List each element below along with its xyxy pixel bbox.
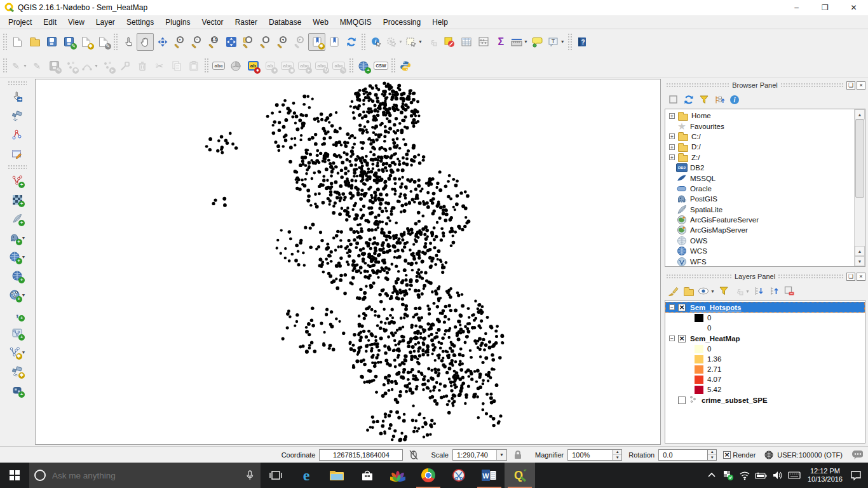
add-wfs-layer-dropdown-arrow[interactable]: ▼ — [22, 293, 26, 297]
menu-edit[interactable]: Edit — [37, 17, 62, 28]
battery-icon[interactable] — [753, 471, 770, 480]
label-show-hide-button[interactable]: abc◉ — [279, 57, 296, 75]
crs-status-text[interactable]: USER:100000 (OTF) — [777, 451, 843, 459]
layer-visibility-checkbox[interactable]: × — [678, 335, 686, 342]
taskbar-app-peacock-app[interactable] — [383, 463, 413, 488]
save-layer-edits-button[interactable]: ✎ — [46, 57, 63, 75]
text-annotation-dropdown-arrow[interactable]: ▼ — [560, 39, 565, 44]
browser-item-postgis[interactable]: PostGIS — [665, 194, 854, 204]
copy-features-button[interactable] — [168, 57, 186, 75]
save-project-button[interactable] — [43, 33, 60, 51]
delete-selected-button[interactable] — [134, 57, 151, 75]
messages-icon[interactable] — [851, 449, 863, 461]
layer-row-sem_heatmap[interactable]: −×Sem_HeatMap — [665, 333, 865, 344]
lock-scale-icon[interactable] — [512, 449, 524, 461]
float-panel-button[interactable]: ❏ — [846, 81, 855, 90]
layer-labeling-options-button[interactable]: ab● — [245, 57, 262, 75]
hidden-icons-chevron[interactable] — [703, 472, 720, 478]
expand-all-button[interactable] — [751, 283, 766, 299]
new-memory-layer-button[interactable]: ✱▼ — [8, 343, 27, 361]
show-bookmarks-button[interactable] — [325, 33, 342, 51]
scroll-thumb[interactable] — [855, 119, 864, 198]
collapse-all-button[interactable] — [712, 92, 727, 107]
close-button[interactable]: ✕ — [839, 0, 868, 15]
scale-combo[interactable]: 1:290,740 ▼ — [452, 449, 507, 461]
text-annotation-button[interactable]: T▼ — [546, 33, 566, 51]
zoom-out-button[interactable]: − — [188, 33, 205, 51]
add-wcs-layer-button[interactable]: + — [9, 267, 26, 285]
save-project-as-button[interactable]: ✎ — [60, 33, 78, 51]
cortana-search-box[interactable] — [29, 463, 261, 488]
browser-item-wfs[interactable]: WFS — [665, 256, 854, 266]
taskbar-app-store[interactable] — [352, 463, 383, 488]
add-selected-layers-button[interactable] — [666, 92, 681, 107]
expander-icon[interactable]: + — [669, 133, 675, 139]
browser-item-mssql[interactable]: MSSQL — [665, 173, 854, 183]
legend-entry[interactable]: 2.71 — [665, 364, 865, 374]
taskbar-app-word[interactable]: W — [474, 463, 505, 488]
menu-database[interactable]: Database — [263, 17, 307, 28]
add-postgis-layer-dropdown-arrow[interactable]: ▼ — [22, 236, 26, 240]
task-view-button[interactable] — [261, 463, 291, 488]
menu-web[interactable]: Web — [307, 17, 334, 28]
run-feature-action-dropdown-arrow[interactable]: ▼ — [398, 39, 403, 44]
add-group-button[interactable] — [681, 283, 696, 299]
node-tool-button[interactable] — [117, 57, 134, 75]
browser-item-oracle[interactable]: Oracle — [665, 184, 854, 194]
start-button[interactable] — [0, 463, 29, 488]
toolbar-grip[interactable] — [3, 58, 8, 74]
scroll-down-button[interactable]: ▼ — [855, 256, 865, 266]
manage-visibility-dropdown-arrow[interactable]: ▼ — [710, 289, 715, 294]
zoom-next-button[interactable]: ▸ — [291, 33, 308, 51]
touch-tool-config-button[interactable] — [9, 88, 26, 105]
move-feature-button[interactable]: ▸ — [100, 57, 117, 75]
scroll-up-button[interactable]: ▲ — [855, 109, 865, 119]
paste-features-button[interactable] — [186, 57, 203, 75]
zoom-to-selection-button[interactable] — [257, 33, 274, 51]
remove-layer-button[interactable] — [782, 283, 797, 299]
close-panel-button[interactable]: × — [857, 273, 865, 281]
open-layer-styling-button[interactable] — [666, 283, 681, 299]
new-shapefile-layer-button[interactable]: + — [9, 324, 26, 342]
add-vector-layer-button[interactable]: + — [9, 172, 26, 189]
browser-item-db2[interactable]: DB2DB2 — [665, 163, 854, 173]
toggle-editing-button[interactable]: ✎ — [29, 57, 46, 75]
zoom-in-button[interactable]: + — [171, 33, 188, 51]
zoom-last-button[interactable]: ◂ — [274, 33, 291, 51]
refresh-map-button[interactable] — [342, 33, 360, 51]
crs-status-icon[interactable] — [763, 449, 775, 461]
browser-item-home[interactable]: +Home — [665, 111, 854, 121]
menu-view[interactable]: View — [62, 17, 90, 28]
browser-item-c-[interactable]: +C:/ — [665, 132, 854, 142]
add-wfs-layer-button[interactable]: +▼ — [8, 286, 27, 304]
collapse-all-button[interactable] — [766, 283, 782, 299]
pan-to-selection-button[interactable] — [154, 33, 171, 51]
menu-layer[interactable]: Layer — [90, 17, 121, 28]
layer-row-crime_subset_spe[interactable]: crime_subset_SPE — [665, 395, 865, 405]
taskbar-app-snipping-tool[interactable] — [444, 463, 474, 488]
diagram-options-button[interactable] — [227, 57, 245, 75]
filter-browser-button[interactable] — [696, 92, 712, 107]
gps-information-button[interactable] — [9, 107, 26, 125]
toggle-extents-icon[interactable] — [408, 449, 419, 461]
restore-button[interactable]: ❐ — [811, 0, 839, 15]
open-project-button[interactable] — [26, 33, 43, 51]
add-spatialite-layer-button[interactable]: + — [9, 210, 26, 227]
help-button[interactable]: ? — [574, 33, 591, 51]
coordinate-input[interactable] — [319, 449, 403, 461]
select-features-button[interactable]: ▼ — [404, 33, 424, 51]
menu-mmqgis[interactable]: MMQGIS — [334, 17, 377, 28]
menu-vector[interactable]: Vector — [196, 17, 229, 28]
menu-raster[interactable]: Raster — [229, 17, 263, 28]
filter-by-expression-button[interactable]: ε▼ — [731, 283, 751, 299]
statistical-summary-button[interactable]: Σ — [492, 33, 510, 51]
menu-plugins[interactable]: Plugins — [159, 17, 196, 28]
map-canvas[interactable] — [36, 79, 660, 444]
enable-properties-widget-button[interactable]: i — [727, 92, 742, 107]
label-rotate-button[interactable]: abc↻ — [313, 57, 330, 75]
add-delimited-text-layer-button[interactable]: ,+ — [9, 305, 26, 323]
browser-item-favourites[interactable]: ★Favourites — [665, 121, 854, 131]
cut-features-button[interactable]: ✂ — [151, 57, 168, 75]
circular-string-button[interactable]: ▼ — [80, 57, 100, 75]
browser-item-d-[interactable]: +D:/ — [665, 142, 854, 152]
